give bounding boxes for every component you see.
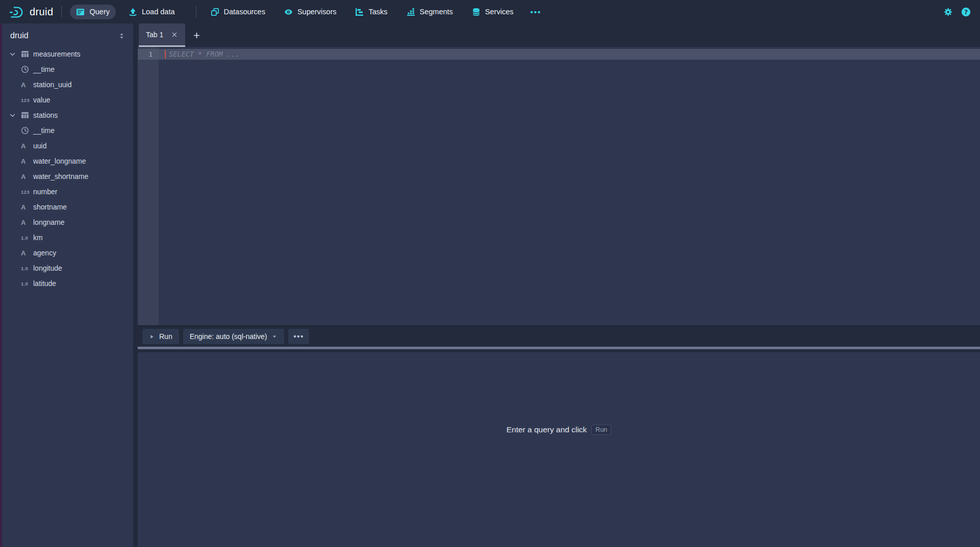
tree-label: water_shortname [33, 172, 88, 180]
number-type-icon: 123 [21, 97, 33, 103]
clock-icon [21, 65, 33, 73]
tree-label: stations [33, 111, 58, 119]
tree-column-time[interactable]: __time [2, 62, 133, 77]
query-workbench: Tab 1 1 SELECT * FROM ... Run Engine: au… [138, 23, 980, 547]
svg-text:?: ? [964, 8, 968, 15]
tab-1[interactable]: Tab 1 [139, 23, 185, 47]
sidebar-main-divider [133, 23, 138, 547]
string-type-icon: A [21, 219, 33, 226]
schema-sidebar: druid measurements __time A station_uuid… [2, 23, 133, 547]
nav-item-label: Datasources [224, 8, 265, 16]
float-type-icon: 1.0 [21, 281, 33, 286]
tree-label: __time [33, 65, 55, 73]
close-icon[interactable] [171, 31, 178, 38]
tree-column-uuid[interactable]: A uuid [2, 138, 133, 153]
number-type-icon: 123 [21, 189, 33, 195]
chevron-down-icon [9, 112, 21, 119]
top-navbar: druid Query Load data Datasources Superv… [0, 0, 980, 23]
tree-label: agency [33, 249, 56, 257]
nav-item-supervisors[interactable]: Supervisors [278, 5, 343, 19]
tree-column-station-uuid[interactable]: A station_uuid [2, 77, 133, 92]
engine-select-button[interactable]: Engine: auto (sql-native) [183, 329, 285, 344]
nav-divider [196, 6, 196, 17]
eye-icon [284, 8, 293, 16]
tree-column-agency[interactable]: A agency [2, 245, 133, 261]
nav-item-label: Services [485, 8, 514, 16]
nav-item-services[interactable]: Services [466, 5, 520, 19]
editor-active-line [138, 49, 980, 60]
query-more-button[interactable]: ••• [288, 329, 309, 344]
druid-logo-icon [9, 5, 24, 19]
nav-divider [61, 6, 62, 17]
table-icon [21, 111, 33, 119]
query-editor[interactable]: 1 SELECT * FROM ... [138, 47, 980, 326]
schema-name: druid [10, 31, 29, 40]
nav-item-tasks[interactable]: Tasks [349, 5, 393, 19]
nav-item-label: Tasks [368, 8, 387, 16]
tree-table-stations[interactable]: stations [2, 108, 133, 123]
help-icon[interactable]: ? [961, 7, 971, 17]
tree-label: value [33, 96, 50, 104]
editor-gutter [138, 47, 159, 325]
druid-logo[interactable]: druid [9, 5, 53, 19]
results-panel: Enter a query and click Run [138, 352, 980, 547]
string-type-icon: A [21, 173, 33, 180]
run-button[interactable]: Run [142, 329, 179, 344]
tree-label: latitude [33, 279, 56, 288]
tree-table-measurements[interactable]: measurements [2, 46, 133, 62]
schema-selector[interactable]: druid [2, 23, 133, 46]
double-caret-icon [118, 32, 125, 40]
nav-item-load-data[interactable]: Load data [122, 5, 181, 19]
tree-column-latitude[interactable]: 1.0 latitude [2, 276, 133, 291]
tree-column-time[interactable]: __time [2, 123, 133, 138]
tree-column-longitude[interactable]: 1.0 longitude [2, 261, 133, 276]
upload-icon [129, 8, 137, 16]
nav-item-query[interactable]: Query [70, 5, 116, 19]
clock-icon [21, 126, 33, 135]
nav-item-label: Load data [142, 8, 175, 16]
string-type-icon: A [21, 158, 33, 165]
schema-tree: measurements __time A station_uuid 123 v… [2, 46, 133, 291]
gantt-icon [355, 8, 364, 16]
tree-label: number [33, 188, 57, 196]
table-icon [21, 50, 33, 58]
stacked-chart-icon [407, 8, 415, 16]
run-bar: Run Engine: auto (sql-native) ••• [138, 326, 980, 347]
tree-column-value[interactable]: 123 value [2, 92, 133, 108]
nav-item-label: Segments [420, 8, 453, 16]
message-text: Enter a query and click [507, 425, 587, 434]
tree-label: __time [33, 126, 55, 135]
float-type-icon: 1.0 [21, 266, 33, 271]
editor-placeholder: SELECT * FROM ... [169, 49, 239, 60]
add-tab-button[interactable] [185, 23, 208, 47]
tab-bar: Tab 1 [138, 23, 980, 47]
nav-more-button[interactable]: ••• [526, 5, 545, 19]
tree-label: km [33, 233, 43, 242]
text-cursor [165, 50, 166, 59]
tree-label: shortname [33, 203, 67, 211]
string-type-icon: A [21, 203, 33, 211]
float-type-icon: 1.0 [21, 235, 33, 241]
nav-item-label: Supervisors [297, 8, 337, 16]
line-number: 1 [138, 49, 159, 60]
tree-column-number[interactable]: 123 number [2, 184, 133, 199]
nav-item-label: Query [89, 8, 110, 16]
logo-text: druid [30, 6, 53, 18]
string-type-icon: A [21, 249, 33, 257]
caret-down-icon [271, 333, 278, 340]
tree-label: longitude [33, 264, 62, 272]
chevron-down-icon [9, 50, 21, 58]
run-kbd-chip: Run [591, 425, 611, 435]
nav-item-datasources[interactable]: Datasources [205, 5, 271, 19]
tree-column-longname[interactable]: A longname [2, 215, 133, 230]
gear-icon[interactable] [944, 8, 952, 16]
tree-column-water-shortname[interactable]: A water_shortname [2, 169, 133, 184]
tree-column-km[interactable]: 1.0 km [2, 230, 133, 245]
play-icon [149, 334, 155, 340]
tree-column-shortname[interactable]: A shortname [2, 199, 133, 215]
tree-column-water-longname[interactable]: A water_longname [2, 153, 133, 169]
tree-label: measurements [33, 50, 81, 58]
panel-splitter[interactable] [138, 347, 980, 349]
database-icon [472, 8, 481, 16]
nav-item-segments[interactable]: Segments [400, 5, 459, 19]
